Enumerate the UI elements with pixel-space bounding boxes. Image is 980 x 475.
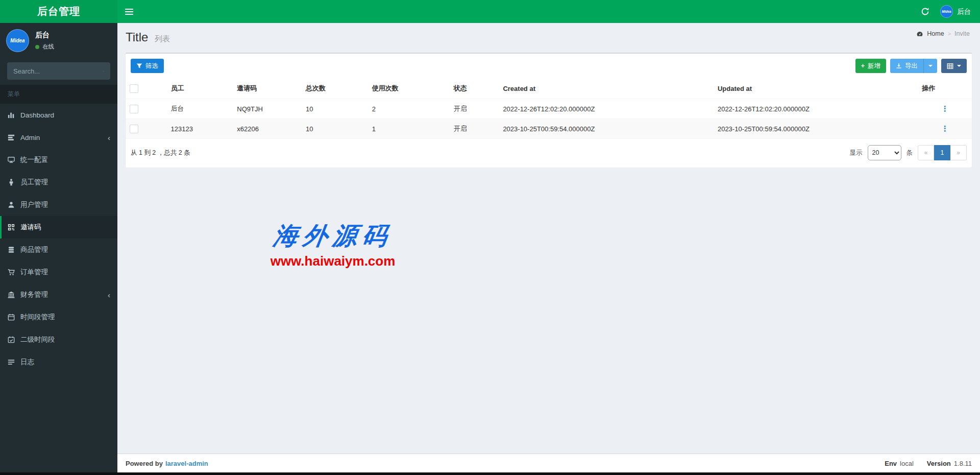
- user-menu[interactable]: Midea 后台: [936, 0, 980, 23]
- col-header-created-at: Created at: [499, 78, 714, 99]
- create-button[interactable]: + 新增: [855, 59, 886, 73]
- per-page-unit: 条: [906, 149, 913, 157]
- user-menu-name: 后台: [957, 7, 971, 16]
- column-selector-button[interactable]: [941, 59, 967, 73]
- sidebar-item-staff[interactable]: 员工管理: [0, 171, 117, 194]
- sidebar-avatar: Midea: [6, 29, 29, 52]
- sidebar-item-logs[interactable]: 日志: [0, 351, 117, 373]
- log-icon: [8, 359, 15, 366]
- table-row: 后台 NQ9TJH 10 2 开启 2022-12-26T12:02:20.00…: [126, 99, 972, 119]
- sidebar-item-users[interactable]: 用户管理: [0, 194, 117, 216]
- page-subtitle: 列表: [155, 34, 170, 43]
- screen-edge: [0, 472, 980, 475]
- per-page-label: 显示: [850, 149, 863, 157]
- sidebar-search: [7, 62, 110, 80]
- pager-prev-button[interactable]: «: [918, 145, 934, 160]
- grid-box: 筛选 + 新增 导出: [125, 53, 972, 168]
- shopping-cart-icon: [8, 269, 15, 276]
- user-avatar: Midea: [940, 5, 953, 18]
- sidebar-item-dashboard[interactable]: Dashboard: [0, 104, 117, 126]
- content-header: Title 列表 Home > Invite: [117, 23, 980, 49]
- version-label: Version: [927, 460, 951, 467]
- sidebar-user-panel: Midea 后台 在线: [0, 23, 117, 58]
- brand-title: 后台管理: [37, 5, 80, 18]
- grid-toolbar: 筛选 + 新增 导出: [126, 54, 972, 78]
- refresh-icon[interactable]: [914, 0, 936, 23]
- watermark-url: www.haiwaiym.com: [251, 253, 414, 269]
- pagination-summary: 从 1 到 2 ，总共 2 条: [131, 149, 190, 157]
- breadcrumb-home-link[interactable]: Home: [927, 30, 944, 37]
- col-header-used: 使用次数: [368, 78, 450, 99]
- sidebar-item-unified-config[interactable]: 统一配置: [0, 149, 117, 171]
- row-actions-icon[interactable]: ⋮: [941, 124, 949, 133]
- tasks-icon: [8, 134, 15, 141]
- pager-next-button[interactable]: »: [950, 145, 967, 160]
- sidebar-item-orders[interactable]: 订单管理: [0, 261, 117, 283]
- sidebar-item-products[interactable]: 商品管理: [0, 239, 117, 261]
- brand-logo[interactable]: 后台管理: [0, 0, 117, 23]
- caret-down-icon: [928, 65, 933, 67]
- powered-by-label: Powered by: [126, 460, 163, 467]
- pager: « 1 »: [918, 145, 967, 160]
- download-icon: [896, 63, 902, 69]
- caret-down-icon: [957, 65, 961, 67]
- sidebar-item-finance[interactable]: 财务管理 ‹: [0, 283, 117, 306]
- row-actions-icon[interactable]: ⋮: [941, 104, 949, 113]
- env-value: local: [900, 460, 914, 467]
- dashboard-gauge-icon: [916, 31, 923, 37]
- table-header-row: 员工 邀请码 总次数 使用次数 状态 Created at Updated at…: [126, 78, 972, 99]
- row-checkbox[interactable]: [130, 105, 138, 113]
- plus-icon: +: [861, 62, 865, 69]
- sidebar-user-status: 在线: [42, 43, 54, 51]
- calendar-icon: [8, 314, 15, 321]
- sidebar-item-invite-code[interactable]: 邀请码: [0, 216, 117, 239]
- menu-section-label: 菜单: [0, 85, 117, 104]
- col-header-actions: 操作: [918, 78, 972, 99]
- chevron-left-icon: ‹: [108, 291, 110, 299]
- table-grid-icon: [947, 63, 953, 69]
- filter-button[interactable]: 筛选: [131, 59, 164, 73]
- export-button[interactable]: 导出: [890, 59, 923, 73]
- sidebar-item-sub-timeslot[interactable]: 二级时间段: [0, 328, 117, 351]
- bar-chart-icon: [8, 111, 15, 118]
- per-page-select[interactable]: 20: [868, 145, 901, 160]
- navbar: Midea 后台: [117, 0, 980, 23]
- col-header-staff: 员工: [166, 78, 233, 99]
- search-input[interactable]: [13, 67, 103, 75]
- topbar: 后台管理 Midea 后台: [0, 0, 980, 23]
- col-header-status: 状态: [450, 78, 499, 99]
- calendar-check-icon: [8, 336, 15, 343]
- sidebar-item-admin[interactable]: Admin ‹: [0, 126, 117, 149]
- qrcode-icon: [8, 224, 15, 231]
- grid-footer: 从 1 到 2 ，总共 2 条 显示 20 条 « 1 »: [126, 139, 972, 168]
- footer: Powered by laravel-admin Env local Versi…: [117, 454, 980, 472]
- bank-icon: [8, 291, 15, 298]
- breadcrumb-current: Invite: [954, 30, 970, 37]
- sidebar-menu: Dashboard Admin ‹ 统一配置 员工管理 用户管理 邀请码: [0, 104, 117, 373]
- pager-page-1-button[interactable]: 1: [934, 145, 950, 160]
- sidebar-item-timeslot[interactable]: 时间段管理: [0, 306, 117, 328]
- navbar-right: Midea 后台: [914, 0, 980, 23]
- database-icon: [8, 246, 15, 253]
- chevron-left-icon: ‹: [108, 134, 110, 141]
- col-header-updated-at: Updated at: [714, 78, 918, 99]
- sidebar-user-name: 后台: [35, 31, 54, 40]
- breadcrumb-separator: >: [948, 31, 951, 37]
- desktop-icon: [8, 156, 15, 163]
- page-title: Title: [126, 30, 148, 44]
- watermark: 海外源码 www.haiwaiym.com: [251, 220, 414, 269]
- watermark-title: 海外源码: [249, 220, 417, 252]
- row-checkbox[interactable]: [130, 125, 138, 133]
- sidebar-toggle-icon[interactable]: [117, 0, 140, 23]
- export-dropdown-button[interactable]: [923, 59, 937, 73]
- env-label: Env: [885, 460, 897, 467]
- laravel-admin-link[interactable]: laravel-admin: [165, 460, 208, 467]
- app-window: 后台管理 Midea 后台 Midea 后台 在线: [0, 0, 980, 475]
- invite-codes-table: 员工 邀请码 总次数 使用次数 状态 Created at Updated at…: [126, 78, 972, 139]
- table-row: 123123 x62206 10 1 开启 2023-10-25T00:59:5…: [126, 119, 972, 139]
- main-content: Title 列表 Home > Invite 筛选 + 新增: [117, 23, 980, 454]
- search-icon[interactable]: [103, 67, 104, 75]
- select-all-checkbox[interactable]: [130, 84, 138, 93]
- online-status-dot: [35, 45, 39, 49]
- sidebar: Midea 后台 在线 菜单 Dashboard: [0, 23, 117, 475]
